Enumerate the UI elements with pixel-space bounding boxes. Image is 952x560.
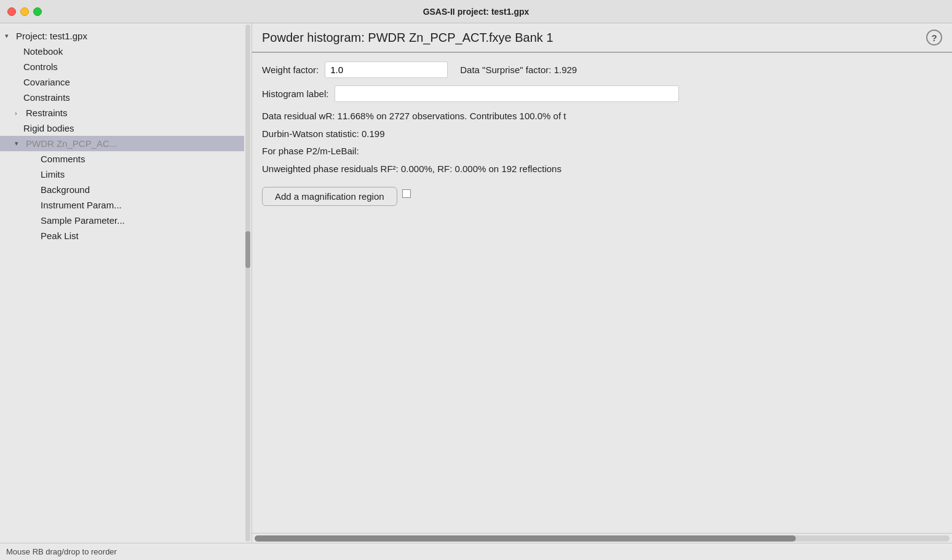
maximize-button[interactable]	[33, 7, 42, 16]
sidebar-label-project: Project: test1.gpx	[16, 31, 87, 41]
add-magnification-button[interactable]: Add a magnification region	[262, 187, 397, 206]
sidebar-arrow-restraints: ›	[15, 109, 23, 117]
weight-factor-label: Weight factor:	[262, 65, 319, 75]
phase-line1: For phase P2/m-LeBail:	[262, 144, 942, 159]
sidebar-item-restraints[interactable]: ›Restraints	[0, 105, 244, 120]
magnification-checkbox[interactable]	[402, 189, 411, 198]
h-scroll-track[interactable]	[255, 535, 950, 542]
sidebar-item-controls[interactable]: Controls	[0, 59, 244, 74]
panel-body: Weight factor: Data "Surprise" factor: 1…	[252, 53, 952, 533]
right-bottom-scrollbar[interactable]	[252, 533, 952, 543]
sidebar-label-comments: Comments	[41, 154, 85, 164]
sidebar-scrollbar-thumb[interactable]	[245, 231, 250, 268]
status-bar: Mouse RB drag/drop to reorder	[0, 543, 952, 560]
sidebar-item-limits[interactable]: Limits	[0, 167, 244, 182]
sidebar-arrow-project: ▾	[5, 32, 14, 40]
histogram-label-label: Histogram label:	[262, 89, 328, 99]
weight-factor-input[interactable]	[325, 61, 448, 78]
data-residual-line2: Durbin-Watson statistic: 0.199	[262, 127, 942, 141]
sidebar-label-notebook: Notebook	[23, 46, 63, 57]
sidebar-item-instrumentparam[interactable]: Instrument Param...	[0, 197, 244, 213]
sidebar-items-container: ▾Project: test1.gpxNotebookControlsCovar…	[0, 23, 244, 543]
sidebar-label-controls: Controls	[23, 61, 58, 72]
sidebar-item-constraints[interactable]: Constraints	[0, 90, 244, 105]
histogram-label-row: Histogram label:	[262, 85, 942, 102]
main-content: ▾Project: test1.gpxNotebookControlsCovar…	[0, 23, 952, 543]
sidebar-label-constraints: Constraints	[23, 92, 70, 103]
sidebar-scrollbar-track[interactable]	[245, 25, 250, 542]
sidebar-item-rigidbodies[interactable]: Rigid bodies	[0, 120, 244, 136]
sidebar-item-peaklist[interactable]: Peak List	[0, 228, 244, 243]
data-residual-line1: Data residual wR: 11.668% on 2727 observ…	[262, 109, 942, 124]
sidebar-label-background: Background	[41, 184, 90, 195]
sidebar-label-peaklist: Peak List	[41, 231, 79, 241]
mag-region-row: Add a magnification region	[262, 181, 942, 206]
sidebar-item-covariance[interactable]: Covariance	[0, 74, 244, 90]
sidebar-label-covariance: Covariance	[23, 77, 70, 87]
sidebar-item-sampleparams[interactable]: Sample Parameter...	[0, 213, 244, 228]
sidebar-item-project[interactable]: ▾Project: test1.gpx	[0, 28, 244, 44]
status-text: Mouse RB drag/drop to reorder	[6, 547, 117, 556]
sidebar-item-background[interactable]: Background	[0, 182, 244, 197]
help-button[interactable]: ?	[926, 30, 942, 45]
h-scroll-thumb[interactable]	[255, 535, 796, 542]
phase-line2: Unweighted phase residuals RF²: 0.000%, …	[262, 162, 942, 176]
traffic-lights	[7, 7, 42, 16]
sidebar-label-rigidbodies: Rigid bodies	[23, 123, 74, 133]
surprise-factor-text: Data "Surprise" factor: 1.929	[460, 65, 577, 75]
histogram-label-input[interactable]	[335, 85, 679, 102]
sidebar: ▾Project: test1.gpxNotebookControlsCovar…	[0, 23, 252, 543]
weight-factor-row: Weight factor: Data "Surprise" factor: 1…	[262, 61, 942, 78]
panel-title: Powder histogram: PWDR Zn_PCP_ACT.fxye B…	[262, 31, 926, 45]
sidebar-label-instrumentparam: Instrument Param...	[41, 200, 122, 210]
sidebar-item-pwdr[interactable]: ▾PWDR Zn_PCP_AC...	[0, 136, 244, 151]
sidebar-item-notebook[interactable]: Notebook	[0, 44, 244, 59]
titlebar: GSAS-II project: test1.gpx	[0, 0, 952, 23]
sidebar-label-restraints: Restraints	[26, 108, 68, 118]
minimize-button[interactable]	[20, 7, 29, 16]
sidebar-item-comments[interactable]: Comments	[0, 151, 244, 167]
window-title: GSAS-II project: test1.gpx	[423, 7, 530, 17]
sidebar-label-pwdr: PWDR Zn_PCP_AC...	[26, 138, 117, 149]
panel-header: Powder histogram: PWDR Zn_PCP_ACT.fxye B…	[252, 23, 952, 53]
close-button[interactable]	[7, 7, 16, 16]
right-panel: Powder histogram: PWDR Zn_PCP_ACT.fxye B…	[252, 23, 952, 543]
sidebar-label-limits: Limits	[41, 169, 65, 179]
panel-body-wrapper: Weight factor: Data "Surprise" factor: 1…	[252, 53, 952, 543]
sidebar-arrow-pwdr: ▾	[15, 140, 23, 148]
sidebar-label-sampleparams: Sample Parameter...	[41, 215, 125, 226]
